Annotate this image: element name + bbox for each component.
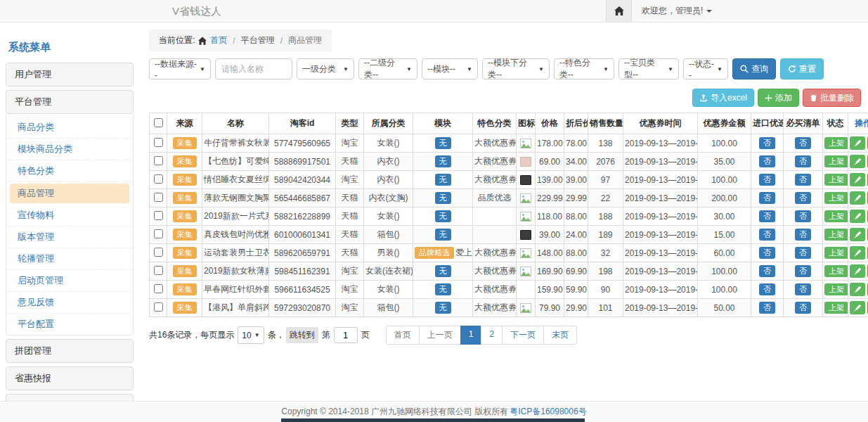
sidebar-item-module-goods-category[interactable]: 模块商品分类 [6, 139, 133, 160]
icp-link[interactable]: 粤ICP备16098006号 [510, 406, 586, 418]
row-checkbox[interactable] [154, 211, 163, 220]
sidebar-group-saving-express[interactable]: 省惠快报 [6, 366, 134, 390]
must-buy-toggle-badge[interactable]: 否 [795, 174, 811, 186]
sidebar-group-user-mgmt[interactable]: 用户管理 [6, 63, 134, 87]
jump-page-input[interactable] [334, 327, 358, 343]
page-button-上一页[interactable]: 上一页 [419, 326, 461, 345]
status-select[interactable]: --状态--▼ [683, 58, 728, 79]
taoke-id-cell: 596611634525 [269, 281, 336, 299]
must-buy-toggle-badge[interactable]: 否 [795, 265, 811, 278]
must-buy-toggle-badge[interactable]: 否 [795, 192, 811, 205]
sidebar-item-version-mgmt[interactable]: 版本管理 [6, 226, 133, 248]
sidebar-item-carousel-mgmt[interactable]: 轮播管理 [6, 248, 133, 270]
import-toggle-badge[interactable]: 否 [759, 283, 775, 296]
user-menu[interactable]: 欢迎您，管理员! [632, 0, 722, 22]
edit-button[interactable] [850, 136, 865, 150]
edit-button[interactable] [850, 173, 865, 186]
sidebar-item-promo-material[interactable]: 宣传物料 [6, 205, 133, 226]
batch-delete-button[interactable]: 批量删除 [803, 89, 861, 107]
must-buy-toggle-badge[interactable]: 否 [795, 302, 811, 314]
status-badge[interactable]: 上架 [824, 210, 848, 223]
status-badge[interactable]: 上架 [824, 137, 848, 150]
item-type-select[interactable]: --宝贝类型--▼ [618, 58, 679, 79]
page-button-2[interactable]: 2 [481, 326, 503, 345]
breadcrumb-home-link[interactable]: 首页 [210, 34, 227, 46]
import-toggle-badge[interactable]: 否 [759, 210, 775, 223]
edit-button[interactable] [850, 191, 865, 205]
edit-button[interactable] [850, 283, 865, 296]
jump-button[interactable]: 跳转到 [286, 327, 318, 343]
row-checkbox[interactable] [154, 284, 163, 293]
add-button[interactable]: 添加 [758, 89, 799, 107]
status-badge[interactable]: 上架 [824, 283, 848, 296]
row-checkbox[interactable] [154, 174, 163, 184]
status-badge[interactable]: 上架 [824, 155, 848, 168]
row-checkbox[interactable] [154, 193, 163, 202]
select-all-checkbox[interactable] [154, 118, 163, 127]
must-buy-toggle-badge[interactable]: 否 [795, 155, 811, 168]
status-badge[interactable]: 上架 [824, 192, 848, 205]
edit-button[interactable] [850, 264, 865, 278]
must-buy-toggle-badge[interactable]: 否 [795, 229, 811, 241]
sidebar-item-goods-category[interactable]: 商品分类 [6, 117, 133, 139]
search-button[interactable]: 查询 [732, 58, 776, 79]
status-badge[interactable]: 上架 [824, 265, 848, 278]
status-badge[interactable]: 上架 [824, 302, 848, 314]
import-toggle-badge[interactable]: 否 [759, 265, 775, 278]
edit-button[interactable] [850, 246, 865, 260]
status-badge[interactable]: 上架 [824, 229, 848, 241]
status-badge[interactable]: 上架 [824, 174, 848, 186]
import-toggle-badge[interactable]: 否 [759, 247, 775, 260]
must-buy-toggle-badge[interactable]: 否 [795, 210, 811, 223]
must-buy-toggle-badge[interactable]: 否 [795, 137, 811, 150]
must-buy-toggle-badge[interactable]: 否 [795, 283, 811, 296]
edit-button[interactable] [850, 301, 865, 314]
column-header-1: 名称 [202, 113, 269, 134]
level2-category-select[interactable]: --二级分类--▼ [358, 58, 417, 79]
import-toggle-badge[interactable]: 否 [759, 174, 775, 186]
page-button-末页[interactable]: 末页 [543, 326, 577, 345]
name-input[interactable] [215, 58, 292, 79]
module-subcategory-select[interactable]: --模块下分类--▼ [482, 58, 550, 79]
sidebar-item-splash-mgmt[interactable]: 启动页管理 [6, 270, 133, 292]
feature-cell: 大额优惠券 [473, 299, 517, 317]
sidebar-group-platform-mgmt[interactable]: 平台管理 [6, 90, 134, 114]
breadcrumb-separator: / [278, 36, 285, 46]
module-badge: 无 [435, 137, 451, 150]
horizontal-scrollbar-thumb[interactable] [281, 418, 585, 422]
reset-button[interactable]: 重置 [780, 58, 824, 79]
sidebar-item-goods-mgmt[interactable]: 商品管理 [10, 184, 129, 203]
status-badge[interactable]: 上架 [824, 247, 848, 260]
edit-button[interactable] [850, 155, 865, 168]
edit-button[interactable] [850, 228, 865, 241]
feature-category-select[interactable]: --特色分类--▼ [554, 58, 614, 79]
home-button[interactable] [606, 0, 632, 22]
data-source-select[interactable]: --数据来源--▼ [149, 58, 211, 79]
must-buy-toggle-badge[interactable]: 否 [795, 247, 811, 260]
breadcrumb-separator: / [231, 36, 237, 46]
page-button-下一页[interactable]: 下一页 [502, 326, 544, 345]
edit-button[interactable] [850, 210, 865, 223]
sidebar-item-feature-category[interactable]: 特色分类 [6, 160, 133, 182]
category-cell: 男装() [364, 244, 413, 262]
page-size-select[interactable]: 10 ▼ [238, 326, 264, 344]
row-checkbox[interactable] [154, 138, 163, 147]
module-select[interactable]: --模块--▼ [422, 58, 478, 79]
row-checkbox[interactable] [154, 248, 163, 257]
sidebar-group-groupbuy-mgmt[interactable]: 拼团管理 [6, 339, 134, 363]
import-excel-button[interactable]: 导入excel [692, 89, 754, 107]
level1-category-select[interactable]: 一级分类▼ [297, 58, 354, 79]
page-button-1[interactable]: 1 [460, 326, 482, 345]
sidebar-item-feedback[interactable]: 意见反馈 [6, 292, 133, 314]
import-toggle-badge[interactable]: 否 [759, 192, 775, 205]
sidebar-item-platform-config[interactable]: 平台配置 [6, 314, 133, 335]
import-toggle-badge[interactable]: 否 [759, 137, 775, 150]
import-toggle-badge[interactable]: 否 [759, 155, 775, 168]
row-checkbox[interactable] [154, 302, 163, 312]
page-button-首页[interactable]: 首页 [386, 326, 420, 345]
row-checkbox[interactable] [154, 229, 163, 238]
import-toggle-badge[interactable]: 否 [759, 302, 775, 314]
import-toggle-badge[interactable]: 否 [759, 229, 775, 241]
row-checkbox[interactable] [154, 266, 163, 275]
row-checkbox[interactable] [154, 156, 163, 165]
